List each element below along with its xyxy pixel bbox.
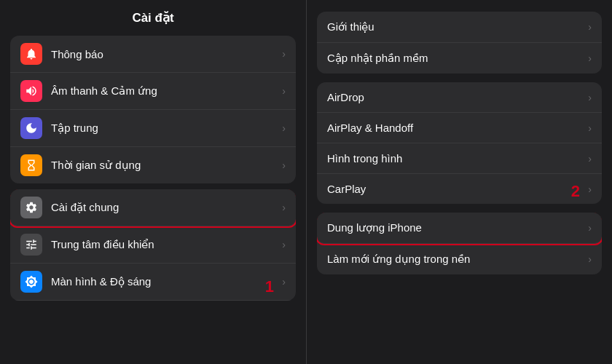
right-item-storage[interactable]: Dung lượng iPhone › (317, 213, 602, 244)
carplay-label: CarPlay (327, 183, 588, 195)
group-about: Giới thiệu › Cập nhật phần mềm › (317, 12, 602, 74)
notifications-icon-box (20, 43, 42, 65)
screentime-chevron: › (282, 159, 286, 171)
right-item-software[interactable]: Cập nhật phần mềm › (317, 43, 602, 74)
sound-icon (25, 84, 38, 98)
left-badge: 1 (265, 277, 274, 296)
right-item-airplay[interactable]: AirPlay & Handoff › (317, 113, 602, 143)
right-panel: Giới thiệu › Cập nhật phần mềm › AirDrop… (306, 0, 612, 364)
background-label: Làm mới ứng dụng trong nền (327, 253, 588, 266)
airplay-label: AirPlay & Handoff (327, 122, 588, 134)
about-chevron: › (588, 21, 592, 33)
right-item-about[interactable]: Giới thiệu › (317, 12, 602, 43)
settings-item-sounds[interactable]: Âm thanh & Cảm ứng › (10, 73, 296, 110)
general-icon-box (20, 197, 42, 218)
gear-icon (25, 201, 38, 214)
sounds-label: Âm thanh & Cảm ứng (51, 84, 282, 98)
settings-item-general[interactable]: Cài đặt chung › (10, 189, 296, 226)
right-item-pip[interactable]: Hình trong hình › (317, 143, 602, 174)
display-icon-box (20, 271, 42, 293)
settings-item-notifications[interactable]: Thông báo › (10, 36, 296, 73)
display-label: Màn hình & Độ sáng (51, 275, 282, 288)
controlcenter-chevron: › (282, 239, 286, 250)
right-item-carplay[interactable]: CarPlay › 2 (317, 174, 602, 204)
hourglass-icon (25, 159, 38, 172)
notifications-chevron: › (282, 48, 286, 60)
controlcenter-label: Trung tâm điều khiển (51, 238, 282, 251)
right-item-background[interactable]: Làm mới ứng dụng trong nền › (317, 244, 602, 274)
pip-label: Hình trong hình (327, 152, 588, 165)
focus-chevron: › (282, 122, 286, 134)
software-chevron: › (588, 52, 592, 64)
storage-chevron: › (588, 222, 592, 234)
panel-title: Cài đặt (0, 0, 306, 33)
bell-icon (25, 47, 38, 60)
right-badge: 2 (571, 182, 580, 201)
group-storage: Dung lượng iPhone › Làm mới ứng dụng tro… (317, 213, 602, 274)
general-chevron: › (282, 202, 286, 213)
sun-icon (25, 275, 38, 288)
group-notifications: Thông báo › Âm thanh & Cảm ứng › Tập tru… (10, 36, 296, 183)
pip-chevron: › (588, 153, 592, 165)
controlcenter-icon-box (20, 234, 42, 256)
notifications-label: Thông báo (51, 48, 282, 60)
display-chevron: › (282, 276, 286, 288)
general-label: Cài đặt chung (51, 201, 282, 214)
screentime-label: Thời gian sử dụng (51, 159, 282, 172)
moon-icon (25, 122, 38, 135)
settings-item-screentime[interactable]: Thời gian sử dụng › (10, 147, 296, 183)
about-label: Giới thiệu (327, 20, 588, 33)
settings-item-focus[interactable]: Tập trung › (10, 110, 296, 147)
sounds-icon-box (20, 80, 42, 102)
sounds-chevron: › (282, 85, 286, 97)
sliders-icon (25, 238, 38, 251)
focus-icon-box (20, 117, 42, 139)
background-chevron: › (588, 253, 592, 265)
left-panel: Cài đặt Thông báo › Âm thanh & Cảm ứng ›… (0, 0, 306, 364)
settings-item-display[interactable]: Màn hình & Độ sáng › (10, 264, 296, 301)
airdrop-chevron: › (588, 92, 592, 103)
focus-label: Tập trung (51, 122, 282, 135)
carplay-chevron: › (588, 183, 592, 195)
airplay-chevron: › (588, 122, 592, 134)
airdrop-label: AirDrop (327, 91, 588, 103)
settings-item-controlcenter[interactable]: Trung tâm điều khiển › (10, 226, 296, 264)
software-label: Cập nhật phần mềm (327, 52, 588, 65)
group-airdrop: AirDrop › AirPlay & Handoff › Hình trong… (317, 82, 602, 204)
screentime-icon-box (20, 154, 42, 176)
group-general: Cài đặt chung › Trung tâm điều khiển › M… (10, 189, 296, 301)
storage-label: Dung lượng iPhone (327, 221, 588, 234)
right-item-airdrop[interactable]: AirDrop › (317, 82, 602, 113)
